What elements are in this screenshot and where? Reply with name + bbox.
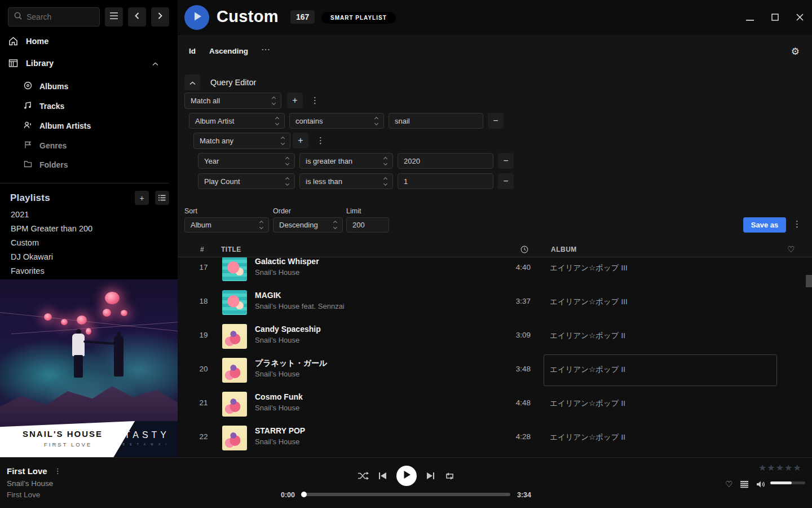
order-select[interactable]: Descending [273,217,343,233]
remove-rule-button[interactable]: − [488,113,504,129]
limit-input[interactable] [346,217,389,233]
table-row[interactable]: 18 MAGIK Snail’s House feat. Sennzai 3:3… [178,286,812,319]
rule-operator-select[interactable]: is less than [299,173,393,189]
sidebar-item-album-artists[interactable]: Album Artists [24,121,91,131]
search-input[interactable] [27,12,89,21]
track-menu-button[interactable]: ⋮ [54,467,61,475]
sidebar-item-label: Folders [39,160,68,169]
window-minimize-button[interactable] [738,6,762,30]
column-title[interactable]: TITLE [221,246,241,253]
table-row[interactable]: 19 Candy Spaceship Snail’s House 3:09 エイ… [178,319,812,353]
close-icon [796,13,804,23]
track-album[interactable]: エイリアン☆ポップ II [550,365,625,375]
select-value: Match any [200,137,233,145]
now-playing-artist[interactable]: Snail’s House [7,479,53,488]
track-artist[interactable]: Snail’s House [255,268,299,277]
rule-value-input[interactable] [398,153,493,169]
save-as-button[interactable]: Save as [743,217,786,233]
rating-stars[interactable]: ★★★★★ [758,462,802,473]
volume-slider[interactable] [770,481,805,484]
add-rule-button[interactable]: + [287,93,303,108]
root-match-select[interactable]: Match all [184,93,281,109]
window-close-button[interactable] [787,6,812,30]
sort-direction-button[interactable]: Ascending [209,47,248,55]
clock-icon[interactable] [520,246,528,255]
sidebar-item-albums[interactable]: Albums [24,81,68,91]
sort-field-button[interactable]: Id [189,47,196,55]
shuffle-button[interactable] [358,471,369,480]
track-album[interactable]: エイリアン☆ポップ II [550,432,625,443]
favorite-button[interactable]: ♡ [725,479,732,489]
sort-select[interactable]: Album [184,217,269,233]
track-artist[interactable]: Snail’s House [255,370,299,378]
query-editor-collapse-button[interactable] [184,75,200,90]
sidebar-item-home[interactable]: Home [8,37,169,46]
rule-group-menu-button[interactable]: ⋮ [311,96,319,104]
track-artist[interactable]: Snail’s House feat. Sennzai [255,302,345,310]
add-playlist-button[interactable]: + [135,191,149,205]
menu-button[interactable] [105,7,123,27]
table-row[interactable]: 21 Cosmo Funk Snail’s House 4:48 エイリアン☆ポ… [178,387,812,421]
nav-forward-button[interactable] [151,7,169,27]
track-artist[interactable]: Snail’s House [255,404,299,412]
play-pause-button[interactable] [396,466,417,486]
column-index[interactable]: # [200,246,204,253]
seek-slider[interactable] [302,493,510,496]
playlist-item[interactable]: Custom [11,238,39,247]
playlist-list-button[interactable] [155,191,169,205]
player-bar: First Love ⋮ Snail’s House First Love [0,457,812,508]
playlist-item[interactable]: Favorites [11,266,45,275]
query-menu-button[interactable]: ⋮ [793,220,801,228]
rule-value-input[interactable] [398,173,493,189]
remove-rule-button[interactable]: − [498,153,514,169]
rule-field-select[interactable]: Year [198,153,295,169]
table-row[interactable]: 22 STARRY POP Snail’s House 4:28 エイリアン☆ポ… [178,421,812,455]
nav-back-button[interactable] [128,7,146,27]
track-album[interactable]: エイリアン☆ポップ III [550,263,628,273]
volume-icon[interactable] [756,480,766,488]
playlist-item[interactable]: BPM Greater than 200 [11,224,92,233]
track-artist[interactable]: Snail’s House [255,336,299,344]
rule-value-input[interactable] [389,113,483,129]
rule-operator-select[interactable]: is greater than [299,153,393,169]
playlist-item[interactable]: 2021 [11,210,29,219]
favorite-column-icon[interactable]: ♡ [787,244,795,255]
lantern [103,309,111,317]
sidebar-item-folders[interactable]: Folders [24,160,68,169]
sidebar-item-tracks[interactable]: Tracks [24,101,64,111]
group-match-select[interactable]: Match any [193,133,290,149]
next-button[interactable] [426,472,435,480]
scrollbar-thumb[interactable] [806,275,812,287]
sidebar-item-genres[interactable]: Genres [24,141,67,151]
rule-field-select[interactable]: Play Count [198,173,295,189]
play-playlist-button[interactable] [184,5,209,30]
repeat-button[interactable] [444,472,455,480]
remove-rule-button[interactable]: − [498,173,514,189]
track-album[interactable]: エイリアン☆ポップ II [550,398,625,409]
gear-icon[interactable]: ⚙ [791,46,800,58]
previous-button[interactable] [378,472,387,480]
rule-field-select[interactable]: Album Artist [189,113,285,129]
sidebar-item-library[interactable]: Library [8,59,169,68]
more-options-button[interactable]: ⋯ [261,44,271,55]
search-input-wrap[interactable] [8,7,100,27]
column-album[interactable]: ALBUM [551,246,577,253]
now-playing-artwork[interactable]: SNAIL'S HOUSE FIRST LOVE TASTY B E T A M… [0,279,178,457]
add-rule-button[interactable]: + [293,133,308,148]
now-playing-title[interactable]: First Love [7,466,47,476]
rule-group-menu-button[interactable]: ⋮ [316,136,325,144]
select-value: is less than [306,177,342,186]
window-maximize-button[interactable] [762,6,787,30]
plus-icon: + [298,135,303,146]
now-playing-album[interactable]: First Love [7,491,40,499]
rule-operator-select[interactable]: contains [289,113,384,129]
chevron-up-icon[interactable] [152,59,158,68]
track-artist[interactable]: Snail’s House [255,437,299,446]
table-row[interactable]: 17 Galactic Whisper Snail’s House 4:40 エ… [178,255,812,286]
table-row[interactable]: 20 プラネット・ガール Snail’s House 3:48 エイリアン☆ポッ… [178,353,812,387]
track-album[interactable]: エイリアン☆ポップ II [550,331,625,341]
seek-handle[interactable] [301,492,307,497]
playlist-item[interactable]: DJ Okawari [11,252,53,261]
track-album[interactable]: エイリアン☆ポップ III [550,297,628,307]
queue-button[interactable] [740,480,749,488]
